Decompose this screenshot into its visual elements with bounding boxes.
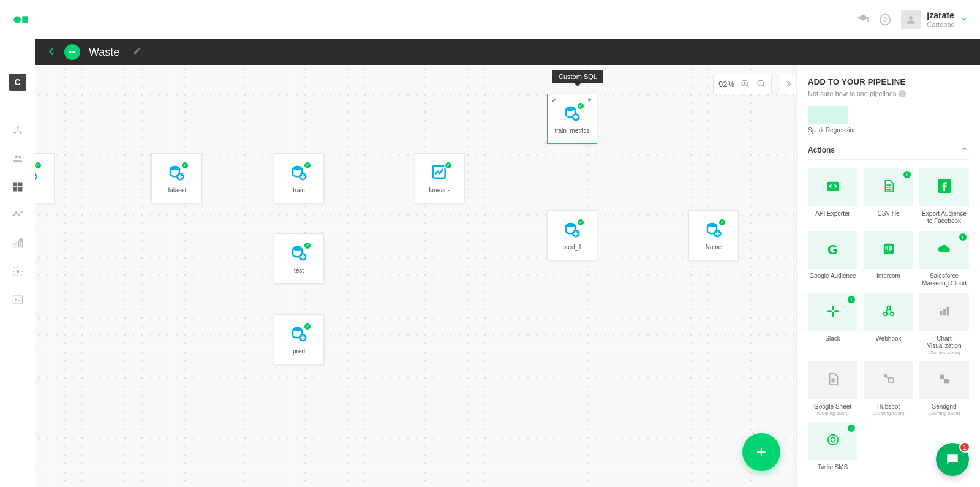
svg-point-75	[884, 374, 886, 377]
action-card[interactable]: Export Audience to Facebook	[919, 168, 969, 225]
right-panel: ADD TO YOUR PIPELINE Not sure how to use…	[796, 65, 980, 487]
pipeline-type-icon	[64, 44, 80, 60]
svg-point-24	[69, 51, 72, 53]
svg-rect-19	[17, 241, 18, 247]
sidebar-nav-5[interactable]	[11, 236, 24, 250]
database-icon	[704, 221, 723, 239]
action-sublabel: (Coming soon)	[872, 410, 904, 416]
node-pred-1[interactable]: pred_1	[547, 210, 597, 260]
svg-point-52	[293, 327, 302, 331]
sidebar-nav-2[interactable]	[11, 152, 24, 165]
action-label: Slack	[825, 335, 840, 342]
svg-rect-65	[832, 312, 834, 316]
sidebar-nav-1[interactable]	[11, 124, 24, 137]
collapse-icon[interactable]	[960, 145, 969, 156]
svg-rect-64	[832, 305, 834, 309]
sidebar-nav-3[interactable]	[11, 180, 24, 194]
action-card: Hubspot(Coming soon)	[864, 361, 913, 416]
database-icon	[167, 164, 186, 182]
add-node-fab[interactable]: +	[742, 433, 780, 471]
node-name[interactable]: Name	[688, 210, 739, 260]
node-edit-icon[interactable]	[551, 97, 557, 104]
user-org: Cartopac	[927, 21, 954, 28]
sidebar-nav-6[interactable]	[11, 265, 24, 278]
zoom-in-button[interactable]	[741, 79, 750, 89]
svg-point-22	[16, 270, 19, 273]
action-card[interactable]: Intercom	[864, 231, 913, 287]
node-partial[interactable]: e	[35, 153, 55, 203]
svg-point-6	[13, 132, 15, 134]
zoom-out-button[interactable]	[756, 79, 766, 89]
edit-title-button[interactable]	[133, 47, 141, 58]
svg-rect-13	[18, 187, 22, 192]
zoom-controls: 92%	[713, 74, 772, 94]
svg-point-55	[566, 106, 575, 111]
action-card[interactable]: iCSV file	[864, 168, 913, 225]
svg-point-4	[909, 16, 913, 20]
intercom-launcher[interactable]: 1	[936, 443, 969, 476]
app-logo[interactable]	[12, 11, 29, 28]
help-icon[interactable]: ?	[879, 13, 891, 26]
svg-point-0	[13, 16, 21, 23]
info-dot-icon: i	[959, 233, 967, 241]
panel-toggle-button[interactable]	[780, 74, 796, 94]
node-kmeans[interactable]: kmeans	[415, 153, 465, 203]
node-test[interactable]: test	[274, 233, 324, 284]
database-icon	[290, 325, 308, 343]
svg-point-68	[883, 312, 887, 315]
action-sublabel: (Coming soon)	[816, 410, 848, 416]
svg-point-17	[21, 211, 22, 213]
action-card[interactable]: Webhook	[864, 293, 913, 355]
user-name: jzarate	[927, 11, 954, 20]
svg-point-16	[18, 214, 20, 216]
spark-regression-card[interactable]	[808, 106, 848, 124]
action-card[interactable]: GGoogle Audience	[808, 231, 858, 287]
node-dataset[interactable]: dataset	[151, 153, 202, 203]
node-train[interactable]: train	[274, 153, 324, 203]
database-icon	[290, 244, 308, 262]
action-sublabel: (Coming soon)	[928, 350, 960, 355]
svg-point-57	[566, 222, 575, 227]
model-icon	[431, 164, 449, 182]
svg-point-46	[170, 165, 179, 170]
action-card[interactable]: iSlack	[808, 293, 858, 355]
node-pred[interactable]: pred	[274, 314, 324, 364]
svg-rect-73	[946, 306, 949, 315]
svg-rect-63	[883, 243, 894, 254]
action-card[interactable]: API Exporter	[808, 168, 858, 225]
node-tooltip: Custom SQL	[552, 70, 603, 83]
sidebar-nav-7[interactable]	[11, 293, 24, 306]
svg-rect-72	[943, 309, 946, 315]
action-card[interactable]: iSalesforce Marketing Cloud	[919, 231, 969, 287]
action-card[interactable]: iTwilio SMS	[808, 422, 858, 471]
action-sublabel: (Coming soon)	[928, 410, 960, 416]
actions-grid: API ExporteriCSV fileExport Audience to …	[808, 168, 969, 471]
zoom-level: 92%	[718, 80, 734, 89]
svg-point-25	[73, 51, 75, 53]
back-button[interactable]	[47, 46, 56, 59]
node-run-icon[interactable]	[587, 97, 593, 104]
sidebar-nav-4[interactable]	[11, 208, 24, 222]
node-train-metrics[interactable]: train_metrics	[547, 94, 597, 144]
canvas[interactable]: 92%	[35, 65, 796, 487]
svg-point-50	[293, 246, 302, 251]
svg-point-8	[15, 155, 18, 158]
svg-rect-1	[22, 16, 28, 23]
action-card: Sendgrid(Coming soon)	[919, 361, 969, 416]
svg-rect-76	[940, 374, 944, 379]
action-label: Intercom	[876, 273, 900, 280]
svg-rect-23	[13, 296, 22, 303]
database-icon	[563, 221, 581, 239]
academy-icon[interactable]	[857, 13, 869, 26]
svg-point-15	[15, 212, 17, 214]
action-label: Sendgrid	[932, 403, 956, 410]
panel-help[interactable]: Not sure how to use pipelines ?	[808, 90, 969, 97]
panel-title: ADD TO YOUR PIPELINE	[808, 77, 969, 86]
user-menu[interactable]: jzarate Cartopac	[901, 10, 968, 29]
action-card: Google Sheet(Coming soon)	[808, 361, 858, 416]
org-badge[interactable]: C	[9, 74, 26, 91]
edges-layer	[35, 65, 219, 157]
action-label: Google Audience	[809, 273, 856, 280]
left-sidebar: C	[0, 39, 35, 487]
action-label: API Exporter	[815, 210, 850, 217]
